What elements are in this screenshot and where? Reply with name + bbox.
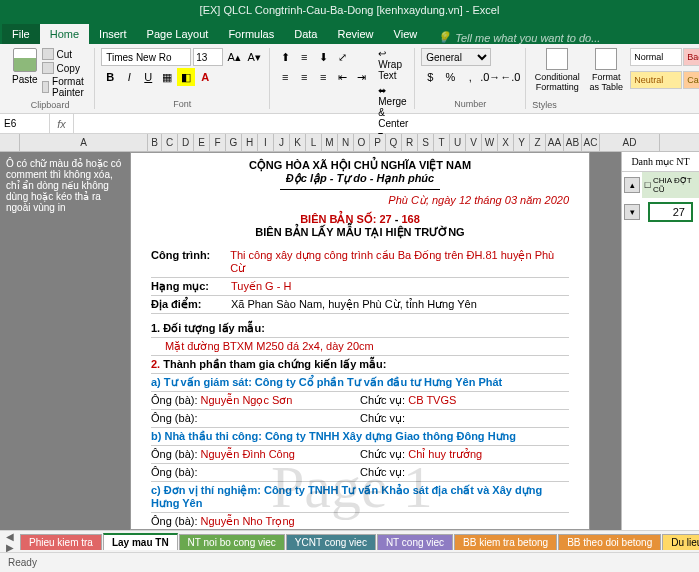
col-header[interactable]: N	[338, 134, 354, 151]
col-header[interactable]: A	[20, 134, 148, 151]
col-header[interactable]: G	[226, 134, 242, 151]
number-format-select[interactable]: General	[421, 48, 491, 66]
col-header[interactable]: U	[450, 134, 466, 151]
col-header[interactable]: B	[148, 134, 162, 151]
currency-icon[interactable]: $	[421, 68, 439, 86]
col-header[interactable]: AB	[564, 134, 582, 151]
col-header[interactable]: M	[322, 134, 338, 151]
spin-down-button[interactable]: ▾	[624, 204, 640, 220]
col-header[interactable]: X	[498, 134, 514, 151]
italic-button[interactable]: I	[120, 68, 138, 86]
formula-bar: E6 fx	[0, 114, 699, 134]
align-middle-icon[interactable]: ≡	[295, 48, 313, 66]
col-header[interactable]: I	[258, 134, 274, 151]
sheet-tab[interactable]: YCNT cong viec	[286, 534, 376, 550]
col-header[interactable]: AD	[600, 134, 660, 151]
copy-icon	[42, 62, 54, 74]
underline-button[interactable]: U	[139, 68, 157, 86]
font-size-input[interactable]	[193, 48, 223, 66]
col-header[interactable]: J	[274, 134, 290, 151]
col-header[interactable]: R	[402, 134, 418, 151]
copy-button[interactable]: Copy	[42, 62, 89, 74]
chia-dot-checkbox[interactable]: ☐ CHIA ĐỢT CŨ	[642, 172, 699, 198]
col-header[interactable]: Z	[530, 134, 546, 151]
sheet-tab[interactable]: NT cong viec	[377, 534, 453, 550]
indent-inc-icon[interactable]: ⇥	[352, 68, 370, 86]
name-box[interactable]: E6	[0, 114, 50, 133]
col-header[interactable]: O	[354, 134, 370, 151]
align-top-icon[interactable]: ⬆	[276, 48, 294, 66]
tell-me-search[interactable]: 💡 Tell me what you want to do...	[437, 31, 600, 44]
col-header[interactable]: V	[466, 134, 482, 151]
col-header[interactable]: D	[178, 134, 194, 151]
sheet-tab[interactable]: Du lieu Project	[662, 534, 699, 550]
col-header[interactable]: W	[482, 134, 498, 151]
cut-button[interactable]: Cut	[42, 48, 89, 60]
bold-button[interactable]: B	[101, 68, 119, 86]
column-headers[interactable]: A B C D E F G H I J K L M N O P Q R S T	[20, 134, 699, 152]
sheet-tab-active[interactable]: Lay mau TN	[103, 533, 178, 550]
format-painter-button[interactable]: Format Painter	[42, 76, 89, 98]
formula-input[interactable]	[74, 114, 699, 133]
col-header[interactable]: AC	[582, 134, 600, 151]
tab-view[interactable]: View	[384, 24, 428, 44]
tab-insert[interactable]: Insert	[89, 24, 137, 44]
document-page[interactable]: CỘNG HÒA XÃ HỘI CHỦ NGHĨA VIỆT NAM Độc l…	[130, 152, 590, 530]
select-all-corner[interactable]	[0, 134, 20, 152]
decrease-font-icon[interactable]: A▾	[245, 48, 263, 66]
decrease-decimal-icon[interactable]: ←.0	[501, 68, 519, 86]
style-calculation[interactable]: Calculation	[683, 71, 699, 89]
col-header[interactable]: Y	[514, 134, 530, 151]
border-button[interactable]: ▦	[158, 68, 176, 86]
col-header[interactable]: E	[194, 134, 210, 151]
indent-dec-icon[interactable]: ⇤	[333, 68, 351, 86]
style-bad[interactable]: Bad	[683, 48, 699, 66]
col-header[interactable]: S	[418, 134, 434, 151]
style-normal[interactable]: Normal	[630, 48, 682, 66]
increase-decimal-icon[interactable]: .0→	[481, 68, 499, 86]
col-header[interactable]: F	[210, 134, 226, 151]
sheet-tab[interactable]: Phieu kiem tra	[20, 534, 102, 550]
align-left-icon[interactable]: ≡	[276, 68, 294, 86]
align-bottom-icon[interactable]: ⬇	[314, 48, 332, 66]
style-neutral[interactable]: Neutral	[630, 71, 682, 89]
sheet-tab[interactable]: BB kiem tra betong	[454, 534, 557, 550]
font-name-input[interactable]	[101, 48, 191, 66]
note-cell[interactable]: Ô có chữ màu đỏ hoặc có comment thì khôn…	[0, 152, 128, 232]
window-title: [EX] QLCL Congtrinh-Cau-Ba-Dong [kenhxay…	[200, 4, 500, 16]
conditional-formatting-button[interactable]: Conditional Formatting	[532, 48, 582, 92]
active-value-cell[interactable]: 27	[648, 202, 693, 222]
col-header[interactable]: P	[370, 134, 386, 151]
col-header[interactable]: L	[306, 134, 322, 151]
col-header[interactable]: H	[242, 134, 258, 151]
col-header[interactable]: T	[434, 134, 450, 151]
tab-home[interactable]: Home	[40, 24, 89, 44]
tab-page-layout[interactable]: Page Layout	[137, 24, 219, 44]
sheet-tab[interactable]: NT noi bo cong viec	[179, 534, 285, 550]
percent-icon[interactable]: %	[441, 68, 459, 86]
col-header[interactable]: C	[162, 134, 178, 151]
wrap-text-button[interactable]: ↩ Wrap Text	[378, 48, 408, 81]
font-color-button[interactable]: A	[196, 68, 214, 86]
spin-up-button[interactable]: ▴	[624, 177, 640, 193]
tab-review[interactable]: Review	[327, 24, 383, 44]
tab-file[interactable]: File	[2, 24, 40, 44]
col-header[interactable]: K	[290, 134, 306, 151]
tab-data[interactable]: Data	[284, 24, 327, 44]
sheet-nav[interactable]: ◀ ▶	[6, 531, 14, 553]
paste-button[interactable]: Paste	[12, 48, 38, 98]
cell-styles-gallery[interactable]: Normal Bad Good Neutral Calculation Chec…	[630, 48, 699, 92]
increase-font-icon[interactable]: A▴	[225, 48, 243, 66]
format-as-table-button[interactable]: Format as Table	[586, 48, 626, 92]
fx-icon[interactable]: fx	[50, 114, 74, 133]
align-center-icon[interactable]: ≡	[295, 68, 313, 86]
col-header[interactable]: AA	[546, 134, 564, 151]
orientation-icon[interactable]: ⤢	[333, 48, 351, 66]
comma-icon[interactable]: ,	[461, 68, 479, 86]
align-right-icon[interactable]: ≡	[314, 68, 332, 86]
col-header[interactable]: Q	[386, 134, 402, 151]
status-bar: Ready	[0, 552, 699, 572]
sheet-tab[interactable]: BB theo doi betong	[558, 534, 661, 550]
tab-formulas[interactable]: Formulas	[218, 24, 284, 44]
fill-color-button[interactable]: ◧	[177, 68, 195, 86]
